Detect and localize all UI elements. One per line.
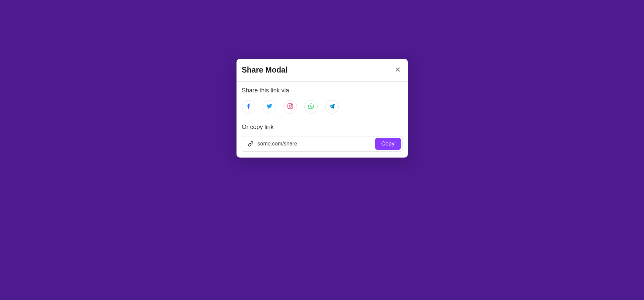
modal-title: Share Modal [242, 66, 288, 75]
svg-point-4 [291, 104, 292, 105]
copy-link-label: Or copy link [242, 124, 402, 131]
twitter-share-button[interactable] [263, 100, 276, 114]
twitter-icon [266, 103, 273, 111]
facebook-icon [245, 103, 252, 111]
modal-header: Share Modal [237, 59, 408, 82]
link-icon [248, 141, 254, 147]
link-input-container: Copy [242, 136, 402, 152]
share-modal: Share Modal Share this link via [237, 59, 408, 158]
close-button[interactable] [393, 65, 402, 75]
telegram-icon [329, 103, 335, 111]
instagram-icon [287, 103, 294, 111]
copy-button[interactable]: Copy [375, 138, 401, 150]
whatsapp-icon [308, 103, 314, 111]
facebook-share-button[interactable] [242, 100, 255, 114]
instagram-share-button[interactable] [284, 100, 297, 114]
modal-body: Share this link via [237, 82, 408, 158]
share-via-label: Share this link via [242, 87, 402, 94]
close-icon [394, 66, 401, 74]
telegram-share-button[interactable] [325, 100, 339, 114]
whatsapp-share-button[interactable] [304, 100, 318, 114]
share-link-input[interactable] [258, 141, 371, 147]
social-icons-row [242, 100, 402, 114]
svg-point-3 [289, 105, 291, 108]
